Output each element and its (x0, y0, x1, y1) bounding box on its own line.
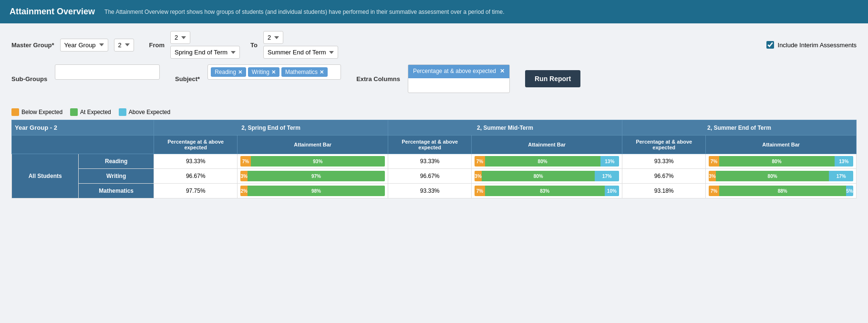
bar-above-segment: 13% (600, 156, 619, 167)
secondary-control-row: Sub-Groups Subject* Reading ✕ Writing ✕ … (11, 64, 857, 93)
group-spacer (12, 135, 154, 154)
from-number-select[interactable]: 2 (170, 31, 190, 44)
include-interim-group: Include Interim Assessments (766, 41, 857, 49)
spring-bar-header: Attainment Bar (238, 135, 388, 154)
attainment-table: Year Group - 2 2, Spring End of Term 2, … (11, 120, 857, 198)
sumend-pct-header: Percentage at & above expected (622, 135, 705, 154)
table-container: Year Group - 2 2, Spring End of Term 2, … (0, 120, 868, 210)
bar-cell: 7%88%5% (706, 184, 857, 198)
bar-below-segment: 3% (475, 171, 481, 181)
table-row: Mathematics97.75%2%98%93.33%7%83%10%93.1… (12, 184, 857, 198)
subject-cell: Mathematics (79, 184, 154, 198)
sumend-bar-header: Attainment Bar (706, 135, 857, 154)
from-term-select[interactable]: Spring End of Term (170, 46, 240, 59)
remove-reading-icon[interactable]: ✕ (238, 69, 242, 75)
bar-cell: 3%97% (238, 169, 388, 184)
subject-tag-mathematics-label: Mathematics (285, 69, 318, 75)
controls-area: Master Group* Year Group 2 From 2 Spring… (0, 23, 868, 104)
bar-cell: 3%80%17% (472, 169, 622, 184)
from-group: 2 Spring End of Term (170, 31, 240, 59)
legend-above-label: Above Expected (129, 109, 170, 115)
primary-control-row: Master Group* Year Group 2 From 2 Spring… (11, 31, 857, 59)
legend-at: At Expected (70, 108, 111, 116)
bar-at-segment: 80% (719, 156, 835, 167)
bar-cell: 7%80%13% (706, 154, 857, 169)
spring-pct-header: Percentage at & above expected (154, 135, 238, 154)
bar-above-segment: 5% (846, 186, 853, 196)
table-subheader-row: Percentage at & above expected Attainmen… (12, 135, 857, 154)
section-spring-header: 2, Spring End of Term (154, 120, 388, 135)
bar-below-segment: 7% (475, 156, 485, 167)
bar-at-segment: 80% (716, 171, 829, 181)
to-label: To (250, 42, 258, 49)
section-summer-end-header: 2, Summer End of Term (622, 120, 856, 135)
bar-below-segment: 2% (240, 186, 247, 196)
pct-cell: 96.67% (622, 169, 705, 184)
subject-tag-mathematics[interactable]: Mathematics ✕ (281, 67, 328, 77)
pct-cell: 93.33% (388, 154, 472, 169)
sub-groups-input[interactable] (55, 64, 160, 80)
bar-below-segment: 7% (475, 186, 485, 196)
subject-label: Subject* (175, 75, 200, 83)
extra-columns-label: Extra Columns (356, 75, 400, 83)
subject-tag-reading-label: Reading (215, 69, 236, 75)
app-title: Attainment Overview (10, 7, 95, 17)
legend-below-box (11, 108, 19, 116)
legend-at-box (70, 108, 78, 116)
bar-at-segment: 80% (482, 171, 595, 181)
legend-below-label: Below Expected (21, 109, 62, 115)
remove-extra-col-icon[interactable]: ✕ (500, 68, 505, 75)
bar-cell: 3%80%17% (706, 169, 857, 184)
bar-cell: 7%80%13% (472, 154, 622, 169)
pct-cell: 97.75% (154, 184, 238, 198)
bar-at-segment: 88% (719, 186, 846, 196)
extra-columns-container[interactable]: Percentage at & above expected ✕ (408, 64, 510, 93)
summid-bar-header: Attainment Bar (472, 135, 622, 154)
pct-cell: 93.33% (388, 184, 472, 198)
subject-tag-reading[interactable]: Reading ✕ (211, 67, 246, 77)
bar-cell: 7%93% (238, 154, 388, 169)
from-label: From (149, 42, 165, 49)
header-bar: Attainment Overview The Attainment Overv… (0, 0, 868, 23)
remove-mathematics-icon[interactable]: ✕ (320, 69, 324, 75)
extra-col-tag-label: Percentage at & above expected (413, 68, 496, 75)
bar-below-segment: 7% (240, 156, 250, 167)
legend-above-box (119, 108, 126, 116)
bar-above-segment: 17% (595, 171, 619, 181)
bar-below-segment: 7% (709, 186, 719, 196)
subject-container[interactable]: Reading ✕ Writing ✕ Mathematics ✕ (207, 64, 341, 80)
to-term-select[interactable]: Summer End of Term (263, 46, 338, 59)
bar-above-segment: 17% (829, 171, 853, 181)
extra-col-tag[interactable]: Percentage at & above expected ✕ (408, 65, 509, 78)
to-number-select[interactable]: 2 (263, 31, 283, 44)
pct-cell: 93.33% (622, 154, 705, 169)
pct-cell: 93.33% (154, 154, 238, 169)
master-group-label: Master Group* (11, 42, 54, 49)
year-group-header: Year Group - 2 (12, 120, 154, 135)
bar-at-segment: 93% (251, 156, 385, 167)
legend-at-label: At Expected (80, 109, 111, 115)
table-row: All StudentsReading93.33%7%93%93.33%7%80… (12, 154, 857, 169)
include-interim-checkbox[interactable] (766, 41, 774, 49)
bar-at-segment: 98% (248, 186, 385, 196)
include-interim-label: Include Interim Assessments (778, 42, 857, 49)
app-description: The Attainment Overview report shows how… (104, 9, 504, 15)
subject-tag-writing[interactable]: Writing ✕ (248, 67, 279, 77)
master-group-number-select[interactable]: 2 (114, 39, 134, 52)
bar-below-segment: 7% (709, 156, 719, 167)
run-report-button[interactable]: Run Report (525, 70, 580, 87)
bar-cell: 2%98% (238, 184, 388, 198)
legend: Below Expected At Expected Above Expecte… (0, 104, 868, 120)
remove-writing-icon[interactable]: ✕ (271, 69, 276, 75)
bar-at-segment: 97% (248, 171, 385, 181)
master-group-select[interactable]: Year Group (60, 39, 108, 52)
pct-cell: 96.67% (388, 169, 472, 184)
pct-cell: 96.67% (154, 169, 238, 184)
subject-tag-writing-label: Writing (252, 69, 269, 75)
section-summer-mid-header: 2, Summer Mid-Term (388, 120, 622, 135)
bar-below-segment: 3% (709, 171, 715, 181)
sub-groups-label: Sub-Groups (11, 75, 47, 83)
bar-below-segment: 3% (240, 171, 247, 181)
bar-above-segment: 13% (835, 156, 853, 167)
bar-cell: 7%83%10% (472, 184, 622, 198)
